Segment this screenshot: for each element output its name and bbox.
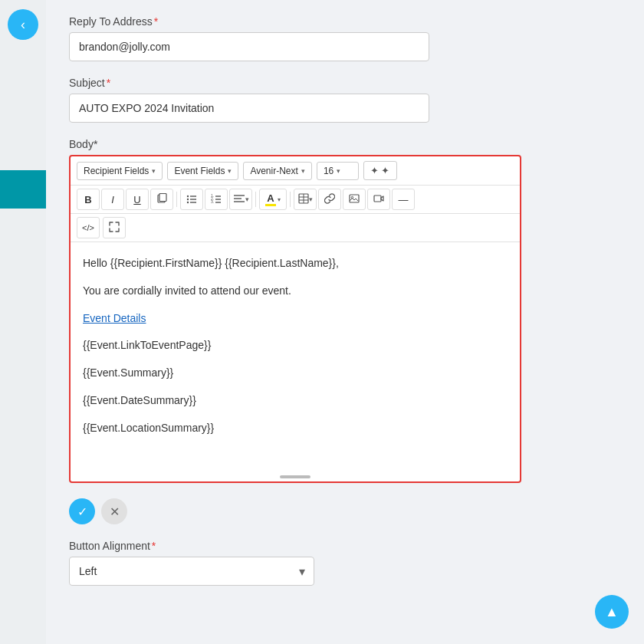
sidebar-accent (0, 170, 46, 209)
bullet-list-button[interactable] (180, 189, 203, 210)
table-arrow: ▾ (309, 196, 313, 203)
body-label: Body* (69, 138, 621, 150)
table-icon (298, 193, 309, 206)
main-content: Reply To Address* Subject* Body* Recipie… (46, 0, 644, 644)
numbered-list-icon: 1. 2. 3. (211, 193, 222, 206)
svg-point-3 (187, 198, 189, 199)
hr-button[interactable]: — (392, 189, 415, 210)
video-icon (373, 193, 384, 206)
expand-button[interactable] (103, 217, 126, 238)
separator-2 (255, 192, 256, 207)
editor-line-invite: You are cordially invited to attend our … (83, 282, 508, 301)
font-color-bar (265, 204, 276, 206)
video-button[interactable] (367, 189, 390, 210)
hr-icon: — (399, 194, 409, 205)
recipient-fields-arrow: ▾ (152, 167, 156, 175)
subject-required: * (107, 77, 110, 89)
link-icon (324, 193, 335, 206)
editor-line-summary: {{Event.Summary}} (83, 364, 508, 383)
alignment-select-wrapper: Left Center Right (69, 557, 314, 586)
font-size-value: 16 (324, 166, 334, 176)
cancel-icon: ✕ (110, 504, 120, 519)
image-button[interactable] (343, 189, 366, 210)
separator-1 (176, 192, 177, 207)
code-button[interactable]: </> (77, 217, 100, 238)
separator-3 (290, 192, 291, 207)
confirm-icon: ✓ (77, 504, 87, 519)
subject-input[interactable] (69, 94, 429, 123)
copy-icon (156, 193, 167, 206)
confirm-button[interactable]: ✓ (69, 498, 95, 524)
body-required: * (94, 138, 97, 150)
reply-to-required: * (154, 15, 158, 28)
bullet-list-icon (186, 193, 197, 206)
link-button[interactable] (318, 189, 341, 210)
editor-line-greeting: Hello {{Recipient.FirstName}} {{Recipien… (83, 255, 508, 273)
alignment-required: * (152, 540, 156, 552)
align-icon (233, 193, 245, 206)
font-color-indicator: A (265, 193, 276, 206)
back-icon: ‹ (21, 17, 25, 33)
font-color-arrow: ▾ (278, 196, 281, 203)
alignment-select[interactable]: Left Center Right (69, 557, 314, 586)
align-arrow: ▾ (245, 196, 249, 203)
svg-point-4 (187, 201, 189, 202)
editor-body[interactable]: Hello {{Recipient.FirstName}} {{Recipien… (71, 242, 520, 472)
cancel-button[interactable]: ✕ (101, 498, 127, 524)
event-fields-arrow: ▾ (228, 167, 232, 175)
expand-icon (109, 222, 120, 235)
underline-button[interactable]: U (126, 189, 149, 210)
font-arrow: ▾ (301, 167, 305, 175)
button-alignment-label: Button Alignment* (69, 540, 621, 552)
bold-button[interactable]: B (77, 189, 100, 210)
font-size-dropdown[interactable]: 16 ▾ (317, 162, 359, 180)
align-button[interactable]: ▾ (229, 189, 252, 210)
recipient-fields-dropdown[interactable]: Recipient Fields ▾ (77, 162, 163, 180)
editor-line-date: {{Event.DateSummary}} (83, 392, 508, 410)
event-details-link[interactable]: Event Details (83, 312, 146, 324)
reply-to-group: Reply To Address* (69, 15, 621, 61)
numbered-list-button[interactable]: 1. 2. 3. (205, 189, 228, 210)
italic-button[interactable]: I (101, 189, 124, 210)
font-size-arrow: ▾ (337, 167, 340, 175)
table-button[interactable]: ▾ (294, 189, 317, 210)
scroll-up-icon: ▲ (605, 604, 619, 620)
toolbar-row-formatting: B I U (71, 186, 520, 214)
sidebar: ‹ (0, 0, 46, 644)
svg-rect-21 (350, 195, 359, 202)
svg-rect-1 (159, 193, 166, 201)
action-buttons: ✓ ✕ (69, 498, 621, 524)
image-icon (349, 193, 360, 206)
scroll-up-button[interactable]: ▲ (595, 595, 629, 629)
recipient-fields-label: Recipient Fields (84, 166, 149, 176)
editor-line-link: {{Event.LinkToEventPage}} (83, 337, 508, 355)
event-fields-label: Event Fields (174, 166, 225, 176)
toolbar-row-code: </> (71, 214, 520, 242)
svg-point-2 (187, 195, 189, 196)
subject-label: Subject* (69, 77, 621, 89)
editor-line-details-header: Event Details (83, 310, 508, 328)
font-label: Avenir-Next (250, 166, 297, 176)
editor-resize-handle[interactable] (71, 472, 520, 481)
editor-line-location: {{Event.LocationSummary}} (83, 419, 508, 438)
svg-rect-23 (374, 196, 381, 202)
toolbar-row-dropdowns: Recipient Fields ▾ Event Fields ▾ Avenir… (71, 156, 520, 186)
magic-icon: ✦ ✦ (370, 165, 390, 176)
resize-bar (280, 475, 310, 478)
event-fields-dropdown[interactable]: Event Fields ▾ (167, 162, 238, 180)
reply-to-label: Reply To Address* (69, 15, 621, 28)
body-group: Body* Recipient Fields ▾ Event Fields ▾ … (69, 138, 621, 483)
back-button[interactable]: ‹ (8, 9, 38, 40)
button-alignment-group: Button Alignment* Left Center Right (69, 540, 621, 586)
copy-format-button[interactable] (150, 189, 173, 210)
reply-to-input[interactable] (69, 32, 429, 61)
magic-button[interactable]: ✦ ✦ (363, 161, 397, 180)
font-dropdown[interactable]: Avenir-Next ▾ (243, 162, 311, 180)
font-color-button[interactable]: A ▾ (259, 189, 287, 210)
subject-group: Subject* (69, 77, 621, 123)
svg-text:3.: 3. (211, 199, 214, 204)
editor-container: Recipient Fields ▾ Event Fields ▾ Avenir… (69, 155, 521, 483)
